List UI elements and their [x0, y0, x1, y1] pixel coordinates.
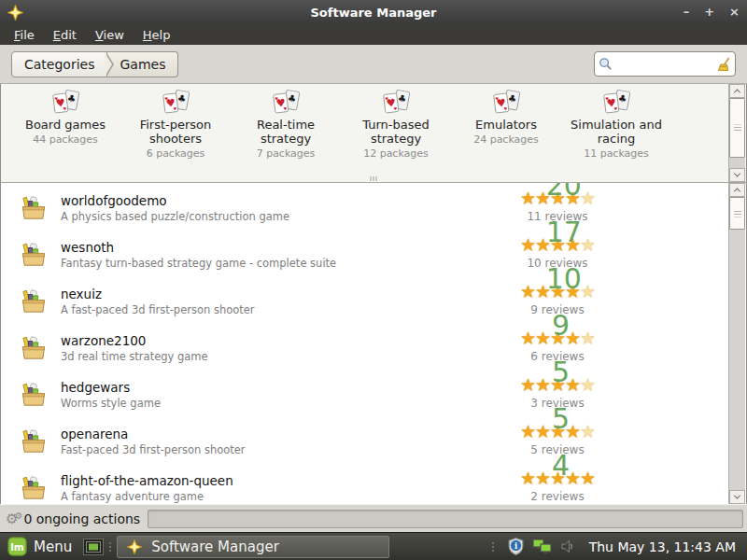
titlebar: Software Manager – + ×: [0, 0, 747, 24]
playing-cards-icon: [600, 90, 632, 118]
scrollbar-thumb[interactable]: [729, 197, 745, 230]
package-icon: [20, 335, 48, 361]
package-icon: [20, 428, 48, 455]
playing-cards-icon: [49, 90, 81, 118]
menu-file[interactable]: File: [6, 26, 43, 44]
star-icon: ★: [580, 328, 595, 348]
category-emulators[interactable]: Emulators 24 packages: [451, 88, 561, 160]
scroll-down-arrow-icon[interactable]: [729, 168, 745, 182]
package-row[interactable]: nexuiz A fast-paced 3d first-person shoo…: [1, 278, 727, 325]
category-pane: Board games 44 packages First-person sho…: [0, 84, 747, 183]
breadcrumb-categories[interactable]: Categories: [11, 51, 107, 77]
package-icon: [20, 288, 48, 315]
maximize-button[interactable]: +: [704, 0, 714, 24]
star-icon: ★: [535, 328, 550, 348]
search-icon: [599, 57, 613, 71]
menu-view[interactable]: View: [87, 26, 133, 44]
star-rating-icon: ★★★★★4: [513, 469, 602, 489]
package-icon: [20, 195, 48, 221]
package-row[interactable]: hedgewars Worms style game ★★★★★5 3 revi…: [1, 371, 727, 418]
star-icon: ★: [520, 421, 535, 441]
category-simulation-and-racing[interactable]: Simulation and racing 11 packages: [561, 88, 671, 160]
star-icon: ★: [580, 234, 595, 255]
star-icon: ★: [520, 328, 535, 348]
clear-broom-icon[interactable]: [717, 57, 731, 72]
star-icon: ★: [520, 468, 535, 488]
playing-cards-icon: [490, 90, 522, 118]
package-icon: [20, 242, 48, 268]
star-rating-icon: ★★★★★10: [513, 282, 602, 302]
window-title: Software Manager: [0, 6, 747, 20]
toolbar: Categories Games: [0, 45, 747, 84]
package-list: worldofgoodemo A physics based puzzle/co…: [0, 183, 747, 504]
star-rating-icon: ★★★★★5: [513, 375, 602, 396]
close-button[interactable]: ×: [729, 0, 740, 24]
breadcrumb: Categories Games: [11, 51, 178, 77]
menu-edit[interactable]: Edit: [45, 26, 85, 44]
svg-text:lm: lm: [10, 541, 24, 553]
playing-cards-icon: [380, 90, 412, 118]
category-board-games[interactable]: Board games 44 packages: [10, 88, 120, 160]
category-real-time-strategy[interactable]: Real-time strategy 7 packages: [231, 88, 341, 160]
menubar: File Edit View Help: [0, 24, 747, 45]
update-manager-shield-icon[interactable]: i: [508, 538, 524, 555]
svg-text:i: i: [514, 541, 517, 551]
scrollbar-thumb[interactable]: [729, 98, 745, 158]
star-icon: ★: [580, 188, 595, 208]
search-box[interactable]: [594, 51, 736, 77]
app-sparkle-icon: [127, 539, 142, 554]
package-row[interactable]: worldofgoodemo A physics based puzzle/co…: [1, 185, 727, 231]
menu-help[interactable]: Help: [134, 26, 179, 44]
playing-cards-icon: [160, 90, 191, 118]
star-icon: ★: [520, 188, 535, 208]
star-rating-icon: ★★★★★20: [513, 189, 602, 209]
scroll-down-arrow-icon[interactable]: [729, 490, 745, 504]
search-input[interactable]: [613, 57, 717, 71]
package-row[interactable]: warzone2100 3d real time strategy game ★…: [1, 325, 727, 371]
clock[interactable]: Thu May 13, 11:43 AM: [589, 539, 736, 554]
progress-track: [148, 510, 743, 528]
star-icon: ★: [520, 281, 535, 301]
menu-label: Menu: [34, 539, 72, 555]
star-icon: ★: [535, 374, 550, 395]
star-icon: ★: [520, 374, 535, 395]
star-icon: ★: [580, 281, 595, 301]
show-desktop-button[interactable]: [83, 539, 104, 555]
category-first-person-shooters[interactable]: First-person shooters 6 packages: [120, 88, 231, 160]
tray-handle[interactable]: [492, 542, 494, 552]
list-scrollbar[interactable]: [728, 183, 745, 504]
package-row[interactable]: wesnoth Fantasy turn-based strategy game…: [1, 231, 727, 278]
package-icon: [20, 382, 48, 408]
pane-resize-grip[interactable]: [371, 176, 377, 181]
star-icon: ★: [535, 468, 550, 488]
category-scrollbar[interactable]: [728, 84, 745, 182]
panel-handle[interactable]: [109, 542, 111, 552]
rating: ★★★★★4 2 reviews: [513, 469, 602, 503]
category-turn-based-strategy[interactable]: Turn-based strategy 12 packages: [341, 88, 451, 160]
breadcrumb-games[interactable]: Games: [107, 51, 178, 77]
star-icon: ★: [535, 421, 550, 441]
package-row[interactable]: flight-of-the-amazon-queen A fantasy adv…: [1, 465, 727, 504]
star-icon: ★: [580, 374, 595, 395]
scroll-up-arrow-icon[interactable]: [729, 84, 745, 98]
volume-icon[interactable]: [561, 539, 575, 553]
ongoing-actions-label: 0 ongoing actions: [23, 511, 140, 526]
package-row[interactable]: openarena Fast-paced 3d first-person sho…: [1, 418, 727, 465]
star-rating-icon: ★★★★★9: [513, 329, 602, 349]
minimize-button[interactable]: –: [684, 0, 690, 24]
star-icon: ★: [580, 421, 595, 441]
star-icon: ★: [520, 234, 535, 255]
mint-logo-icon: lm: [7, 537, 27, 556]
taskbar-task-software-manager[interactable]: Software Manager: [117, 536, 389, 558]
show-desktop-icon: [86, 541, 101, 553]
package-icon: [20, 475, 48, 501]
system-tray: i Thu May 13, 11:43 AM: [486, 538, 741, 555]
mint-menu-button[interactable]: lm Menu: [6, 535, 78, 558]
star-icon: ★: [580, 468, 595, 488]
scroll-up-arrow-icon[interactable]: [729, 183, 745, 197]
network-icon[interactable]: [532, 539, 553, 554]
star-rating-icon: ★★★★★5: [513, 422, 602, 442]
star-rating-icon: ★★★★★17: [513, 235, 602, 256]
taskbar: lm Menu Software Manager i Thu May 1: [0, 532, 747, 560]
gears-icon: ⚙⚙: [6, 511, 19, 527]
